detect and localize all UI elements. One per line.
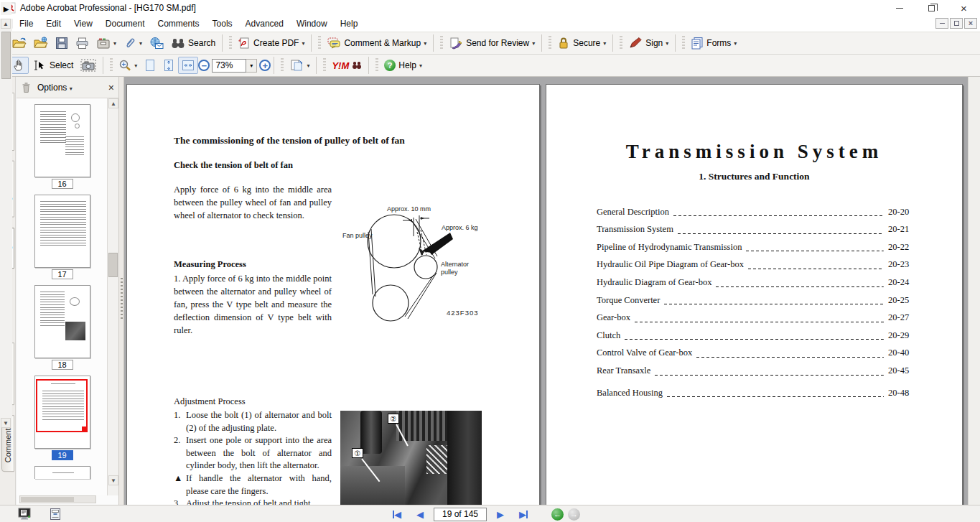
minimize-icon[interactable]: [883, 0, 915, 16]
thumbnail-page-18[interactable]: [34, 285, 90, 358]
close-icon[interactable]: ×: [948, 0, 980, 16]
doc-restore-icon[interactable]: [950, 18, 963, 29]
panel-splitter[interactable]: [119, 77, 124, 505]
page-indicator-input[interactable]: [434, 508, 487, 521]
toc-page: 20-23: [888, 259, 913, 270]
save-button[interactable]: [52, 34, 72, 52]
help-button[interactable]: ?Help▾: [381, 57, 426, 73]
menu-document[interactable]: Document: [99, 17, 151, 31]
thumbnail-page-17[interactable]: [34, 195, 90, 268]
toolbar-grip[interactable]: [281, 58, 284, 73]
toolbar-grip[interactable]: [549, 36, 551, 50]
toc-page: 20-45: [888, 365, 913, 376]
zoom-out-button[interactable]: −: [198, 60, 210, 71]
panel-close-icon[interactable]: ×: [108, 82, 114, 93]
attach-button[interactable]: ▾: [120, 34, 146, 52]
select-tool-button[interactable]: Select: [29, 57, 77, 73]
toolbar-grip[interactable]: [682, 36, 685, 50]
create-pdf-button[interactable]: Create PDF▾: [234, 34, 308, 52]
document-canvas[interactable]: The commissioning of the tension of pull…: [124, 77, 968, 505]
menu-advanced[interactable]: Advanced: [239, 17, 290, 31]
intro-paragraph: Apply force of 6 kg into the middle area…: [174, 183, 332, 222]
toolbar-grip[interactable]: [318, 36, 321, 50]
magnifier-icon: [118, 59, 131, 72]
thumbnail-label-16[interactable]: 16: [52, 179, 73, 189]
search-button[interactable]: Search: [167, 34, 219, 52]
doc-minimize-icon[interactable]: [935, 18, 948, 29]
menu-window[interactable]: Window: [290, 17, 334, 31]
comment-markup-button[interactable]: Comment & Markup▾: [323, 34, 430, 52]
title-bar: Adobe Acrobat Professional - [HG170 SM.p…: [0, 0, 980, 16]
fit-width-button[interactable]: [178, 57, 198, 74]
thumbnail-page-19[interactable]: [34, 376, 90, 449]
email-button[interactable]: [146, 34, 167, 52]
toc-label: Hydraulic Diagram of Gear-box: [597, 277, 711, 288]
last-page-button[interactable]: ▶: [514, 507, 533, 521]
adjustment-process-title: Adjustment Process: [174, 396, 246, 407]
scroll-down-icon[interactable]: ▼: [108, 475, 118, 485]
previous-view-button[interactable]: ←: [551, 508, 564, 521]
organizer-button[interactable]: ▾: [93, 34, 120, 52]
thumbnail-label-18[interactable]: 18: [52, 360, 73, 370]
toc-row: Balanced Housing20-48: [597, 381, 913, 399]
first-page-button[interactable]: ◀: [388, 507, 406, 521]
label-10mm: Approx. 10 mm: [387, 205, 431, 213]
toc-row: Transmission System20-21: [597, 218, 913, 236]
page-display-button[interactable]: ▾: [286, 57, 313, 74]
view-toolbar: Select ▾ − ▾ + ▾ Y!M ?Help▾: [0, 55, 980, 77]
toc-row: General Description20-20: [597, 200, 913, 218]
next-view-button[interactable]: →: [568, 508, 580, 521]
toolbar-grip[interactable]: [440, 36, 443, 50]
page-layout-view-icon[interactable]: [49, 508, 62, 521]
yahoo-search-button[interactable]: Y!M: [328, 58, 365, 73]
print-button[interactable]: [72, 34, 93, 52]
single-page-view-icon[interactable]: [17, 508, 32, 521]
toc-row: Pipeline of Hydrodynamic Transmission20-…: [597, 235, 913, 253]
menu-help[interactable]: Help: [334, 17, 365, 31]
menu-view[interactable]: View: [67, 17, 99, 31]
thumbnail-page-16[interactable]: [34, 104, 90, 177]
zoom-tool-button[interactable]: ▾: [115, 57, 141, 74]
thumbnail-label-17[interactable]: 17: [52, 269, 73, 279]
doc-scroll-down-icon[interactable]: ▼: [1, 418, 11, 428]
next-page-button[interactable]: ▶: [491, 507, 510, 521]
zoom-dropdown-icon[interactable]: ▾: [246, 59, 257, 73]
previous-page-button[interactable]: ◀: [411, 507, 429, 521]
trash-icon[interactable]: [21, 82, 32, 93]
doc-scroll-up-icon[interactable]: ▲: [1, 19, 11, 29]
menu-tools[interactable]: Tools: [206, 17, 239, 31]
toc-row: Hydraulic Oil Pipe Diagram of Gear-box20…: [597, 253, 913, 271]
toolbar-grip[interactable]: [620, 36, 622, 50]
actual-size-button[interactable]: [141, 57, 159, 74]
menu-edit[interactable]: Edit: [39, 17, 67, 31]
menu-file[interactable]: File: [13, 17, 39, 31]
scroll-up-icon[interactable]: ▲: [108, 98, 118, 108]
menu-comments[interactable]: Comments: [151, 17, 206, 31]
zoom-level-input[interactable]: [212, 59, 246, 73]
adjustment-item: 3.Adjust the tension of belt and tight: [174, 498, 332, 505]
options-menu[interactable]: Options ▾: [37, 83, 73, 93]
fit-page-button[interactable]: [159, 57, 178, 74]
sign-button[interactable]: Sign▾: [625, 34, 672, 52]
restore-icon[interactable]: [915, 0, 948, 16]
thumbnail-scrollbar[interactable]: ▲ ▼: [107, 98, 118, 495]
thumbnail-label-19[interactable]: 19: [52, 450, 73, 460]
label-6kg: Approx. 6 kg: [442, 224, 478, 231]
secure-button[interactable]: Secure▾: [554, 34, 610, 52]
zoom-in-button[interactable]: +: [259, 60, 271, 71]
expand-howto-pane-icon[interactable]: ▶: [1, 2, 11, 15]
toolbar-grip[interactable]: [375, 58, 378, 73]
document-scrollbar[interactable]: ▲ ▼: [0, 19, 12, 428]
thumbnail-hscrollbar[interactable]: [19, 495, 96, 503]
toolbar-grip[interactable]: [110, 58, 113, 73]
forms-button[interactable]: Forms▾: [687, 34, 740, 52]
toc-label: Rear Transaxle: [597, 365, 650, 376]
toolbar-grip[interactable]: [229, 36, 232, 50]
thumbnail-page-20[interactable]: [34, 466, 90, 479]
doc-close-icon[interactable]: ×: [964, 18, 977, 29]
snapshot-tool-button[interactable]: [77, 57, 100, 74]
toc-row: Clutch20-29: [597, 323, 913, 341]
toolbar-grip[interactable]: [323, 58, 326, 73]
send-for-review-button[interactable]: Send for Review▾: [445, 34, 538, 52]
open-web-button[interactable]: [30, 34, 52, 52]
